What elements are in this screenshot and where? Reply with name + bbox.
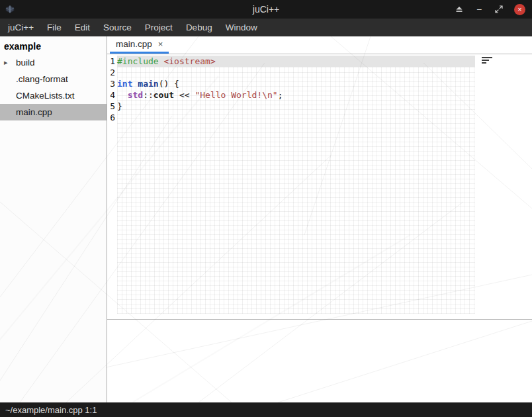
menu-item-source[interactable]: Source: [97, 19, 138, 36]
menu-item-debug[interactable]: Debug: [179, 19, 219, 36]
line-number: 6: [107, 112, 115, 123]
close-icon: ×: [517, 4, 521, 15]
tree-item-label: main.cpp: [16, 107, 52, 117]
line-code: [117, 67, 475, 78]
project-root-label[interactable]: example: [0, 36, 107, 54]
line-number: 2: [107, 67, 115, 78]
minimize-button[interactable]: −: [474, 5, 484, 14]
tab-main-cpp[interactable]: main.cpp ×: [110, 36, 169, 54]
minimap: [482, 57, 495, 65]
editor-lines: 1#include <iostream>23int main() {4 std:…: [107, 54, 532, 123]
content-area: example ▸build.clang-formatCMakeLists.tx…: [0, 36, 532, 402]
tree-item-label: .clang-format: [16, 74, 68, 84]
tree-item-build[interactable]: ▸build: [0, 54, 107, 71]
menu-item-window[interactable]: Window: [219, 19, 264, 36]
line-number: 5: [107, 101, 115, 112]
status-file-position: ~/example/main.cpp 1:1: [5, 405, 97, 415]
line-number: 4: [107, 89, 115, 101]
menu-item-edit[interactable]: Edit: [68, 19, 97, 36]
tree-item-clang-format[interactable]: .clang-format: [0, 71, 107, 87]
window-controls: − ×: [455, 0, 525, 19]
line-code: std::cout << "Hello World!\n";: [117, 89, 475, 101]
line-number: 1: [107, 56, 115, 67]
line-code: int main() {: [117, 78, 475, 89]
file-tree-panel: example ▸build.clang-formatCMakeLists.tx…: [0, 36, 107, 402]
tab-close-icon[interactable]: ×: [158, 39, 163, 49]
tree-item-main-cpp[interactable]: main.cpp: [0, 104, 107, 120]
tab-bar: main.cpp ×: [107, 36, 532, 54]
menu-item-juci[interactable]: juCi++: [1, 19, 40, 36]
code-line-5[interactable]: 5}: [107, 101, 532, 112]
output-panel[interactable]: [107, 320, 532, 402]
menu-item-file[interactable]: File: [40, 19, 68, 36]
line-code: }: [117, 101, 475, 112]
main-panel: main.cpp × 1#include <iostream>23int mai…: [107, 36, 532, 402]
status-bar: ~/example/main.cpp 1:1: [0, 402, 532, 417]
close-button[interactable]: ×: [514, 4, 525, 15]
code-line-1[interactable]: 1#include <iostream>: [107, 56, 532, 67]
code-line-3[interactable]: 3int main() {: [107, 78, 532, 89]
code-line-4[interactable]: 4 std::cout << "Hello World!\n";: [107, 89, 532, 101]
app-window: juCi++ − × juCi++FileEditSourceProjectDe…: [0, 0, 532, 417]
line-number: 3: [107, 78, 115, 89]
file-tree: ▸build.clang-formatCMakeLists.txtmain.cp…: [0, 54, 107, 120]
code-line-6[interactable]: 6: [107, 112, 532, 123]
tree-item-cmakelists-txt[interactable]: CMakeLists.txt: [0, 87, 107, 104]
menu-bar: juCi++FileEditSourceProjectDebugWindow: [0, 19, 532, 36]
code-line-2[interactable]: 2: [107, 67, 532, 78]
line-code: [117, 112, 475, 123]
menu-item-project[interactable]: Project: [138, 19, 179, 36]
tab-label: main.cpp: [116, 39, 152, 49]
eject-icon[interactable]: [455, 5, 464, 14]
expander-icon[interactable]: ▸: [4, 58, 16, 67]
title-bar: juCi++ − ×: [0, 0, 532, 19]
window-title: juCi++: [0, 0, 532, 19]
code-editor[interactable]: 1#include <iostream>23int main() {4 std:…: [107, 54, 532, 320]
tree-item-label: build: [16, 58, 35, 68]
restore-icon[interactable]: [494, 5, 504, 14]
tree-item-label: CMakeLists.txt: [16, 91, 75, 101]
line-code: #include <iostream>: [117, 56, 475, 67]
